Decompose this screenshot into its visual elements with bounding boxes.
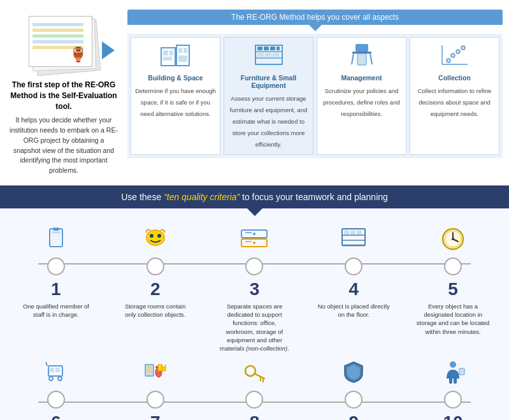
banner-italic: “ten quality criteria”	[164, 192, 240, 202]
criterion-7-number: 7	[150, 412, 161, 420]
svg-rect-49	[357, 230, 362, 235]
criterion-8-number: 8	[250, 412, 260, 420]
svg-point-55	[452, 238, 454, 240]
category-building: Building & Space Determine if you have e…	[131, 37, 220, 155]
svg-rect-13	[270, 47, 275, 50]
criterion-9-icon	[341, 358, 366, 387]
svg-point-35	[147, 230, 164, 245]
criterion-4-circle	[345, 257, 362, 275]
criterion-7-circle	[147, 391, 164, 409]
svg-rect-63	[147, 366, 152, 373]
criterion-7: 7 Objects are arranged by category.	[106, 358, 205, 420]
intro-text-block: The first step of the RE-ORG Method is t…	[6, 80, 121, 176]
svg-point-23	[447, 59, 450, 62]
criterion-5-text: Every object has a designated location i…	[417, 302, 490, 336]
svg-line-21	[352, 54, 354, 64]
criteria-section: 1 One qualified member of staff is in ch…	[0, 208, 509, 420]
cat-title-furniture: Furniture & Small Equipment	[227, 74, 310, 89]
top-bar-label: The RE-ORG Method helps you cover all as…	[231, 13, 399, 22]
svg-rect-18	[355, 44, 368, 52]
cat-desc-management: Scrutinize your policies and procedures,…	[323, 87, 399, 117]
middle-banner: Use these “ten quality criteria” to focu…	[0, 185, 509, 208]
criterion-5-number: 5	[448, 279, 458, 300]
collection-svg	[439, 43, 471, 67]
criterion-6: 6 Every object can be accessed without m…	[6, 358, 106, 420]
svg-point-40	[253, 233, 255, 235]
criterion-9-number: 9	[349, 412, 359, 420]
svg-rect-61	[55, 368, 60, 372]
criterion-10-icon	[440, 358, 466, 387]
svg-rect-14	[276, 47, 280, 50]
banner-text2: to focus your teamwork and planning	[240, 192, 388, 202]
svg-rect-16	[265, 53, 271, 57]
svg-rect-15	[257, 53, 264, 57]
svg-rect-7	[178, 55, 187, 62]
criterion-1: 1 One qualified member of staff is in ch…	[6, 225, 106, 319]
banner-text1: Use these	[121, 192, 164, 202]
svg-rect-2	[169, 50, 173, 55]
criterion-5-icon	[440, 225, 466, 254]
svg-line-69	[254, 373, 264, 379]
paper-stack-illustration: 🏺	[16, 10, 111, 80]
vase-decoration: 🏺	[69, 47, 87, 63]
intro-panel: 🏺 The first step of the RE-ORG Method is…	[6, 10, 121, 176]
collection-icon	[413, 43, 496, 71]
svg-point-41	[253, 242, 255, 244]
criterion-8-icon	[241, 358, 267, 387]
svg-rect-75	[459, 368, 464, 375]
criterion-1-icon	[43, 225, 69, 254]
category-furniture: Furniture & Small Equipment Assess your …	[224, 37, 313, 155]
right-panel: The RE-ORG Method helps you cover all as…	[127, 10, 503, 158]
criterion-5: 5 Every object has a designated location…	[403, 225, 503, 336]
svg-line-22	[370, 54, 372, 64]
svg-rect-32	[52, 238, 61, 240]
criterion-2-icon	[143, 225, 168, 254]
criterion-3-icon	[240, 225, 268, 254]
criterion-2-circle	[147, 257, 164, 275]
criterion-9: 9 Building and storage rooms offer adequ…	[304, 358, 403, 420]
furniture-icon	[227, 43, 310, 71]
svg-point-36	[150, 234, 154, 238]
svg-rect-20	[357, 54, 366, 65]
line1	[32, 23, 83, 26]
cat-desc-collection: Collect information to refine decisions …	[418, 87, 492, 117]
svg-rect-6	[183, 48, 187, 53]
svg-rect-73	[449, 377, 452, 384]
criterion-2-number: 2	[150, 279, 161, 300]
cat-title-collection: Collection	[413, 74, 496, 82]
category-management: Management Scrutinize your policies and …	[317, 37, 406, 155]
line2	[32, 29, 83, 32]
building-svg	[160, 43, 192, 67]
criteria-row1-wrapper: 1 One qualified member of staff is in ch…	[6, 220, 503, 353]
criteria-row-1: 1 One qualified member of staff is in ch…	[6, 225, 503, 353]
criterion-3: 3 Separate spaces are dedicated to suppo…	[205, 225, 305, 353]
cat-desc-furniture: Assess your current storage furniture an…	[230, 95, 307, 148]
intro-body-text: It helps you decide whether your institu…	[10, 115, 118, 176]
svg-point-72	[450, 361, 456, 368]
criterion-3-text: Separate spaces are dedicated to support…	[218, 302, 291, 353]
criterion-3-circle	[245, 257, 263, 275]
cat-desc-building: Determine if you have enough space, if i…	[135, 87, 216, 117]
paper-main: 🏺	[29, 16, 92, 67]
svg-rect-48	[350, 230, 355, 235]
svg-rect-11	[257, 47, 262, 50]
svg-point-68	[245, 366, 255, 376]
criterion-4: 4 No object is placed directly on the fl…	[304, 225, 403, 319]
criteria-row-2: 6 Every object can be accessed without m…	[6, 358, 503, 420]
building-icon	[134, 43, 217, 71]
svg-rect-3	[163, 57, 172, 61]
criterion-10-number: 10	[443, 412, 463, 420]
svg-point-37	[157, 234, 161, 238]
criterion-6-circle	[47, 391, 65, 409]
furniture-svg	[253, 43, 285, 67]
svg-rect-34	[53, 228, 59, 231]
svg-point-58	[49, 377, 53, 380]
line4	[32, 40, 83, 43]
svg-rect-1	[163, 50, 168, 55]
category-collection: Collection Collect information to refine…	[410, 37, 499, 155]
management-icon	[320, 43, 403, 71]
categories-row: Building & Space Determine if you have e…	[127, 34, 503, 158]
svg-line-57	[46, 362, 47, 366]
criterion-10: 10 Every object is free from active dete…	[403, 358, 503, 420]
criterion-8-circle	[245, 391, 263, 409]
